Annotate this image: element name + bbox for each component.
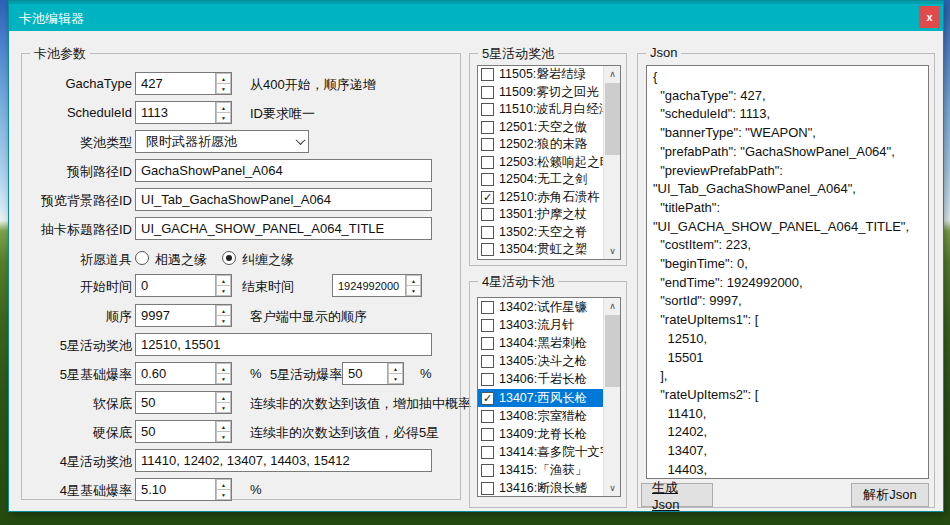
spin-up-icon[interactable]: ▲ [216, 392, 231, 402]
star5pool-input[interactable]: 12510, 15501 [135, 333, 432, 356]
prefabpath-input[interactable]: GachaShowPanel_A064 [135, 159, 432, 182]
spin-down-icon[interactable]: ▼ [216, 112, 231, 123]
titlepath-input[interactable]: UI_GACHA_SHOW_PANEL_A064_TITLE [135, 217, 432, 240]
spin-down-icon[interactable]: ▼ [216, 373, 231, 384]
list-item[interactable]: 13409:龙脊长枪 [478, 425, 620, 443]
star5eventrate-spinner[interactable]: 50 ▲▼ [342, 362, 404, 385]
list-item[interactable]: 11505:磐岩结绿 [478, 66, 620, 84]
titlepath-value: UI_GACHA_SHOW_PANEL_A064_TITLE [141, 221, 384, 236]
star4-listbox[interactable]: 13402:试作星镰 13403:流月针 13404:黑岩刺枪 13405:决斗… [477, 297, 621, 497]
spin-up-icon[interactable]: ▲ [388, 363, 403, 373]
list-item[interactable]: 12501:天空之傲 [478, 119, 620, 137]
scroll-up-icon[interactable]: ∧ [604, 66, 621, 82]
list-item[interactable]: 12504:无工之剑 [478, 171, 620, 189]
checkbox-icon[interactable] [481, 103, 494, 116]
checkbox-icon[interactable] [481, 208, 494, 221]
spin-down-icon[interactable]: ▼ [216, 489, 231, 500]
scheduleid-spinner[interactable]: 1113 ▲▼ [135, 101, 232, 124]
checkbox-icon[interactable] [481, 68, 494, 81]
star5pool-value: 12510, 15501 [141, 337, 221, 352]
spin-down-icon[interactable]: ▼ [216, 315, 231, 326]
scroll-down-icon[interactable]: ∨ [604, 243, 621, 259]
scrollbar-thumb[interactable] [605, 83, 620, 155]
spin-down-icon[interactable]: ▼ [388, 373, 403, 384]
list-item[interactable]: 13402:试作星镰 [478, 298, 620, 316]
spin-up-icon[interactable]: ▲ [216, 421, 231, 431]
list-item[interactable]: 13502:天空之脊 [478, 224, 620, 242]
star4baserate-spinner[interactable]: 5.10 ▲▼ [135, 478, 232, 501]
json-textarea[interactable]: { "gachaType": 427, "scheduleId": 1113, … [646, 65, 929, 479]
checkbox-icon[interactable] [481, 86, 494, 99]
pooltype-combobox[interactable]: 限时武器祈愿池 [135, 130, 309, 153]
star5baserate-spinner[interactable]: 0.60 ▲▼ [135, 362, 232, 385]
softpity-spinner[interactable]: 50 ▲▼ [135, 391, 232, 414]
generate-json-button[interactable]: 生成Json [641, 483, 713, 507]
checkbox-icon[interactable] [481, 446, 494, 459]
checkbox-icon[interactable] [481, 464, 494, 477]
spin-up-icon[interactable]: ▲ [216, 275, 231, 285]
list-item[interactable]: 13408:宗室猎枪 [478, 407, 620, 425]
spin-down-icon[interactable]: ▼ [216, 402, 231, 413]
scroll-down-icon[interactable]: ∨ [604, 480, 621, 496]
scrollbar-thumb[interactable] [605, 315, 620, 387]
checkbox-icon[interactable] [481, 410, 494, 423]
list-item[interactable]: 13415:「渔获」 [478, 462, 620, 480]
spin-down-icon[interactable]: ▼ [216, 431, 231, 442]
parse-json-button[interactable]: 解析Json [851, 483, 929, 507]
spin-up-icon[interactable]: ▲ [216, 479, 231, 489]
star5-scrollbar[interactable]: ∧ ∨ [603, 66, 620, 259]
endtime-spinner[interactable]: 1924992000 ▲▼ [332, 274, 422, 297]
list-item[interactable]: 11510:波乱月白经津 [478, 101, 620, 119]
list-item[interactable]: 12503:松籁响起之时 [478, 154, 620, 172]
checkbox-icon[interactable] [481, 226, 494, 239]
spin-up-icon[interactable]: ▲ [216, 73, 231, 83]
title-bar[interactable]: 卡池编辑器 x [9, 1, 943, 31]
radio-acquaint-fate[interactable] [135, 251, 149, 265]
list-item[interactable]: 13407:西风长枪 [478, 389, 620, 407]
checkbox-icon[interactable] [481, 373, 494, 386]
spin-up-icon[interactable]: ▲ [216, 102, 231, 112]
gachatype-spinner[interactable]: 427 ▲▼ [135, 72, 232, 95]
list-item[interactable]: 13501:护摩之杖 [478, 206, 620, 224]
spin-up-icon[interactable]: ▲ [406, 275, 421, 285]
list-item[interactable]: 13416:断浪长鳍 [478, 480, 620, 497]
checkbox-icon[interactable] [481, 156, 494, 169]
star4pool-input[interactable]: 11410, 12402, 13407, 14403, 15412 [135, 449, 432, 472]
checkbox-icon[interactable] [481, 191, 494, 204]
checkbox-icon[interactable] [481, 482, 494, 495]
sortid-spinner[interactable]: 9997 ▲▼ [135, 304, 232, 327]
checkbox-icon[interactable] [481, 173, 494, 186]
checkbox-icon[interactable] [481, 121, 494, 134]
list-item[interactable]: 12502:狼的末路 [478, 136, 620, 154]
list-item[interactable]: 13405:决斗之枪 [478, 353, 620, 371]
checkbox-icon[interactable] [481, 319, 494, 332]
checkbox-icon[interactable] [481, 428, 494, 441]
spin-up-icon[interactable]: ▲ [216, 363, 231, 373]
spin-down-icon[interactable]: ▼ [406, 285, 421, 296]
checkbox-icon[interactable] [481, 138, 494, 151]
checkbox-icon[interactable] [481, 243, 494, 256]
list-item[interactable]: 12510:赤角石溃杵 [478, 189, 620, 207]
checkbox-icon[interactable] [481, 337, 494, 350]
hardpity-spinner[interactable]: 50 ▲▼ [135, 420, 232, 443]
checkbox-icon[interactable] [481, 355, 494, 368]
star4-scrollbar[interactable]: ∧ ∨ [603, 298, 620, 496]
radio-intertwined-fate[interactable] [222, 251, 236, 265]
begintime-spinner[interactable]: 0 ▲▼ [135, 274, 232, 297]
spin-down-icon[interactable]: ▼ [216, 285, 231, 296]
star5-listbox[interactable]: 11505:磐岩结绿 11509:雾切之回光 11510:波乱月白经津 1250… [477, 65, 621, 260]
close-button[interactable]: x [919, 6, 940, 28]
list-item[interactable]: 11509:雾切之回光 [478, 84, 620, 102]
previewpath-input[interactable]: UI_Tab_GachaShowPanel_A064 [135, 188, 432, 211]
pooltype-value: 限时武器祈愿池 [141, 133, 292, 151]
list-item[interactable]: 13404:黑岩刺枪 [478, 334, 620, 352]
list-item[interactable]: 13403:流月针 [478, 316, 620, 334]
list-item[interactable]: 13504:贯虹之槊 [478, 241, 620, 259]
spin-down-icon[interactable]: ▼ [216, 83, 231, 94]
checkbox-icon[interactable] [481, 301, 494, 314]
spin-up-icon[interactable]: ▲ [216, 305, 231, 315]
scroll-up-icon[interactable]: ∧ [604, 298, 621, 314]
list-item[interactable]: 13414:喜多院十文字 [478, 444, 620, 462]
checkbox-icon[interactable] [481, 392, 494, 405]
list-item[interactable]: 13406:千岩长枪 [478, 371, 620, 389]
